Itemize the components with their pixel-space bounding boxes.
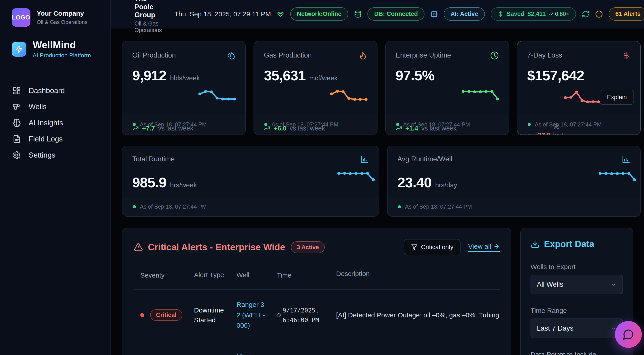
dashboard-grid-icon <box>12 86 21 95</box>
kpi-value: 9,912 <box>132 67 166 84</box>
sidebar-item-settings[interactable]: Settings <box>12 147 110 163</box>
savings-badge: Saved $2,411 0.80× <box>491 8 576 20</box>
card-footer: As of Sep 18, 07:27:44 PM <box>122 114 245 134</box>
savings-multiplier: 0.80× <box>549 11 569 17</box>
alerts-table-header: Severity Alert Type Well Time Descriptio… <box>134 270 500 290</box>
sidebar-item-dashboard[interactable]: Dashboard <box>12 82 110 99</box>
app-root: LOGO Your Company Oil & Gas Operations W… <box>0 0 644 355</box>
refresh-icon[interactable] <box>582 10 590 18</box>
well-link[interactable]: Mustang 9-2 <box>236 351 268 355</box>
as-of-timestamp: As of Sep 18, 07:27:44 PM <box>140 204 207 210</box>
column-header-time: Time <box>277 270 327 281</box>
droplets-icon <box>227 51 236 60</box>
download-icon <box>530 240 540 249</box>
alerts-count-badge[interactable]: 61 Alerts <box>609 8 644 20</box>
gear-icon <box>12 151 21 159</box>
alert-row[interactable]: Critical Downtime Mustang 9-2 9/10/2025, <box>134 341 500 355</box>
card-title: Oil Production <box>132 51 176 59</box>
product-subtitle: AI Production Platform <box>33 52 91 59</box>
time-range-select[interactable]: Last 7 Days <box>530 318 623 338</box>
file-text-icon <box>12 135 21 143</box>
card-footer: As of Sep 18, 07:27:44 PM <box>122 197 379 216</box>
nav-label: Settings <box>29 151 55 159</box>
cpu-icon <box>430 10 438 18</box>
database-icon <box>354 10 362 18</box>
card-total-runtime: Total Runtime 985.9 hrs/week As of Sep 1… <box>122 146 379 217</box>
card-footer: As of Sep 18, 07:27:44 PM <box>388 197 640 216</box>
savings-label: Saved <box>506 10 524 18</box>
kpi-value: 985.9 <box>132 174 166 190</box>
well-link[interactable]: Ranger 3-2 (WELL-006) <box>236 300 268 331</box>
severity-badge: Critical <box>150 309 182 321</box>
status-dot <box>398 205 401 208</box>
main-area: logo The Poole Group Oil & Gas Operation… <box>111 0 644 355</box>
dollar-icon <box>498 11 504 17</box>
critical-alerts-panel: Critical Alerts - Enterprise Wide 3 Acti… <box>122 228 511 355</box>
sidebar-item-field-logs[interactable]: Field Logs <box>12 131 110 147</box>
kpi-card-7-day-loss: 7-Day Loss $157,642 -23.0 vs last week E… <box>517 41 641 135</box>
card-title: 7-Day Loss <box>527 51 562 59</box>
kpi-value: 23.40 <box>398 174 432 190</box>
nav-label: Field Logs <box>29 135 63 143</box>
sparkline <box>198 86 236 104</box>
sparkline <box>564 88 600 106</box>
sparkline <box>337 168 375 183</box>
company-subtitle: Oil & Gas Operations <box>37 19 88 25</box>
view-all-link[interactable]: View all <box>468 243 500 252</box>
alert-row[interactable]: Critical Downtime Started Ranger 3-2 (WE… <box>134 290 500 341</box>
runtime-row: Total Runtime 985.9 hrs/week As of Sep 1… <box>122 146 641 217</box>
card-title: Gas Production <box>264 51 312 59</box>
flame-icon <box>359 51 367 60</box>
column-header-well: Well <box>236 270 268 281</box>
kpi-row: Oil Production 9,912 bbls/week +7.7 vs l… <box>122 41 641 135</box>
company-name: Your Company <box>37 10 88 17</box>
kpi-unit: mcf/week <box>309 74 338 82</box>
card-footer: As of Sep 18, 07:27:44 PM <box>517 114 640 134</box>
kpi-unit: bbls/week <box>170 74 200 82</box>
sidebar-nav: Dashboard Wells AI Insights Field Logs S… <box>0 73 110 163</box>
network-status-badge: Network:Online <box>290 8 348 20</box>
column-header-alert-type: Alert Type <box>194 270 228 281</box>
bar-chart-icon <box>622 155 630 164</box>
card-footer: As of Sep 18, 07:27:44 PM <box>254 114 377 134</box>
column-header-severity: Severity <box>140 270 185 281</box>
wells-to-export-label: Wells to Export <box>530 263 623 270</box>
card-title: Total Runtime <box>132 155 175 163</box>
critical-only-filter-button[interactable]: Critical only <box>404 239 460 255</box>
company-logo: LOGO <box>12 8 30 27</box>
card-title: Avg Runtime/Well <box>398 155 452 163</box>
explain-button[interactable]: Explain <box>600 90 634 105</box>
alerts-table: Severity Alert Type Well Time Descriptio… <box>134 270 500 355</box>
zap-icon <box>12 42 26 57</box>
wifi-icon <box>277 10 284 18</box>
severity-dot <box>140 313 144 317</box>
alert-triangle-icon <box>134 242 143 252</box>
product-brand: WellMind AI Production Platform <box>12 40 102 59</box>
kpi-value: 97.5% <box>396 67 434 84</box>
nav-label: AI Insights <box>29 119 63 127</box>
status-dot <box>133 123 136 126</box>
chevron-down-icon <box>610 281 617 288</box>
sidebar-item-ai-insights[interactable]: AI Insights <box>12 115 110 131</box>
brain-icon <box>12 119 21 127</box>
wells-to-export-select[interactable]: All Wells <box>530 275 623 294</box>
alert-time-cell: 9/17/2025, 6:46:00 PM <box>277 306 327 325</box>
kpi-unit: hrs/week <box>170 181 197 189</box>
kpi-value: 35,631 <box>264 67 306 84</box>
data-points-label: Data Points to Include <box>530 351 623 355</box>
trending-up-icon <box>549 12 554 16</box>
sparkline <box>461 86 500 104</box>
bottom-row: Critical Alerts - Enterprise Wide 3 Acti… <box>122 228 641 355</box>
alert-type-cell: Downtime Started <box>194 305 228 325</box>
card-avg-runtime-per-well: Avg Runtime/Well 23.40 hrs/day As of Sep… <box>387 146 641 217</box>
as-of-timestamp: As of Sep 18, 07:27:44 PM <box>405 204 472 210</box>
dashboard-content: Oil Production 9,912 bbls/week +7.7 vs l… <box>111 28 644 355</box>
sidebar-item-wells[interactable]: Wells <box>12 99 110 115</box>
active-alerts-badge: 3 Active <box>291 241 325 253</box>
card-footer: As of Sep 18, 07:27:44 PM <box>386 114 508 134</box>
sparkline <box>330 86 368 104</box>
top-header: logo The Poole Group Oil & Gas Operation… <box>111 0 644 28</box>
chat-fab-button[interactable] <box>615 321 642 348</box>
sidebar: LOGO Your Company Oil & Gas Operations W… <box>0 0 111 355</box>
funnel-icon <box>411 244 417 250</box>
